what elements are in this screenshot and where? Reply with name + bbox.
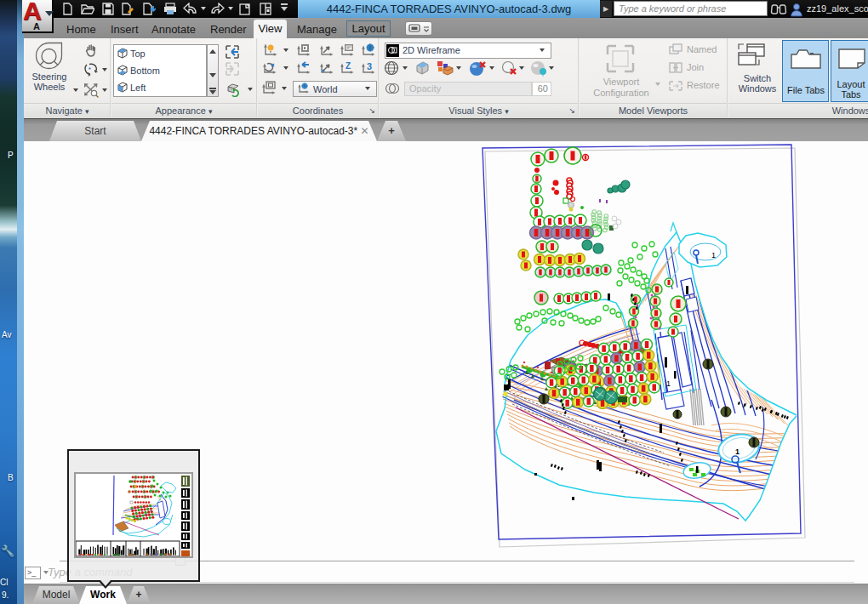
svg-text:1: 1 (735, 447, 740, 456)
svg-text:1: 1 (742, 402, 747, 408)
svg-text:1: 1 (711, 251, 716, 259)
svg-text:1: 1 (666, 379, 671, 388)
